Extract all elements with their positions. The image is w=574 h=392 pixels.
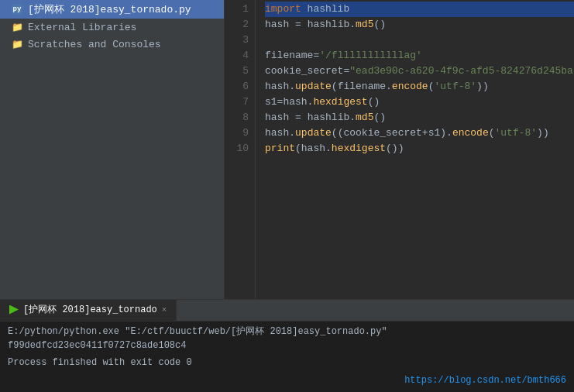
- code-line-6: hash.update(filename.encode('utf-8')): [265, 79, 574, 95]
- code-line-1: import hashlib: [265, 2, 574, 17]
- code-line-8: hash = hashlib.md5(): [265, 110, 574, 126]
- sidebar-item-main-file[interactable]: py [护网杯 2018]easy_tornado.py: [0, 0, 224, 19]
- sidebar-item-external-label: External Libraries: [28, 22, 136, 33]
- csdn-link: https://blog.csdn.net/bmth666: [404, 373, 566, 387]
- bottom-tabs: [护网杯 2018]easy_tornado ×: [0, 300, 574, 322]
- sidebar-item-external-libraries[interactable]: 📁 External Libraries: [0, 19, 224, 36]
- code-line-5: cookie_secret="ead3e90c-a620-4f9c-afd5-8…: [265, 64, 574, 79]
- folder-icon-scratches: 📁: [11, 38, 23, 50]
- python-file-icon: py: [11, 3, 23, 15]
- code-line-4: filename='/flllllllllllag': [265, 48, 574, 64]
- sidebar-item-scratches-label: Scratches and Consoles: [28, 39, 161, 50]
- bottom-tab-run[interactable]: [护网杯 2018]easy_tornado ×: [0, 300, 177, 321]
- bottom-content: E:/python/python.exe "E:/ctf/buuctf/web/…: [0, 322, 574, 392]
- code-line-2: hash = hashlib.md5(): [265, 17, 574, 33]
- exit-line: Process finished with exit code 0: [8, 356, 566, 370]
- code-line-9: hash.update((cookie_secret+s1).encode('u…: [265, 126, 574, 141]
- code-line-10: print(hash.hexdigest()): [265, 141, 574, 156]
- code-line-7: s1=hash.hexdigest(): [265, 95, 574, 110]
- sidebar-item-scratches[interactable]: 📁 Scratches and Consoles: [0, 36, 224, 53]
- code-content[interactable]: import hashlib hash = hashlib.md5() file…: [256, 0, 574, 299]
- output-line: f99dedfcd23ec0411f0727c8ade108c4: [8, 339, 566, 352]
- bottom-tab-label: [护网杯 2018]easy_tornado: [23, 303, 157, 316]
- tab-close-button[interactable]: ×: [162, 305, 167, 315]
- main-area: py [护网杯 2018]easy_tornado.py 📁 External …: [0, 0, 574, 299]
- sidebar-item-main-file-label: [护网杯 2018]easy_tornado.py: [28, 2, 191, 16]
- bottom-panel: [护网杯 2018]easy_tornado × E:/python/pytho…: [0, 299, 574, 392]
- cmd-line: E:/python/python.exe "E:/ctf/buuctf/web/…: [8, 325, 566, 339]
- sidebar: py [护网杯 2018]easy_tornado.py 📁 External …: [0, 0, 225, 299]
- run-icon: [9, 305, 19, 315]
- line-numbers: 1 2 3 4 5 6 7 8 9 10: [225, 0, 256, 299]
- folder-icon-libraries: 📁: [11, 21, 23, 33]
- editor-area: 1 2 3 4 5 6 7 8 9 10 import hashlib hash…: [225, 0, 574, 299]
- code-line-3: [265, 33, 574, 48]
